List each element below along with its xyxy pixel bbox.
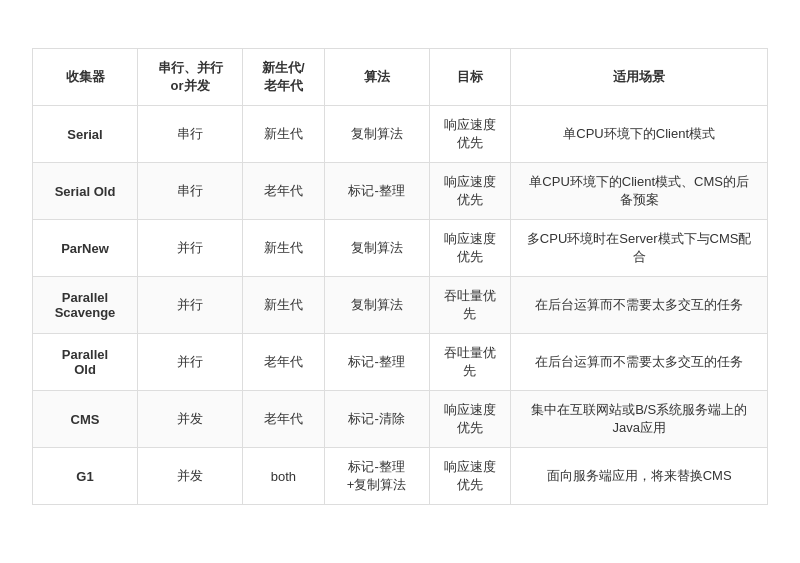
table-row: Serial串行新生代复制算法响应速度优先单CPU环境下的Client模式 — [33, 106, 768, 163]
table-cell: 并行 — [138, 220, 243, 277]
table-cell: 老年代 — [243, 391, 325, 448]
table-cell: 串行 — [138, 163, 243, 220]
table-cell: 多CPU环境时在Server模式下与CMS配合 — [511, 220, 768, 277]
table-row: CMS并发老年代标记-清除响应速度优先集中在互联网站或B/S系统服务端上的Jav… — [33, 391, 768, 448]
table-body: Serial串行新生代复制算法响应速度优先单CPU环境下的Client模式Ser… — [33, 106, 768, 505]
table-cell: 标记-清除 — [324, 391, 429, 448]
table-cell: 集中在互联网站或B/S系统服务端上的Java应用 — [511, 391, 768, 448]
header-gen: 新生代/ 老年代 — [243, 49, 325, 106]
table-cell: 并行 — [138, 334, 243, 391]
table-row: ParNew并行新生代复制算法响应速度优先多CPU环境时在Server模式下与C… — [33, 220, 768, 277]
header-algo: 算法 — [324, 49, 429, 106]
header-mode: 串行、并行 or并发 — [138, 49, 243, 106]
table-row: Serial Old串行老年代标记-整理响应速度优先单CPU环境下的Client… — [33, 163, 768, 220]
table-cell: Serial — [33, 106, 138, 163]
table-cell: 单CPU环境下的Client模式、CMS的后备预案 — [511, 163, 768, 220]
table-cell: 复制算法 — [324, 220, 429, 277]
table-cell: 在后台运算而不需要太多交互的任务 — [511, 277, 768, 334]
table-cell: both — [243, 448, 325, 505]
table-row: G1并发both标记-整理 +复制算法响应速度优先面向服务端应用，将来替换CMS — [33, 448, 768, 505]
header-goal: 目标 — [429, 49, 511, 106]
header-scene: 适用场景 — [511, 49, 768, 106]
table-cell: ParNew — [33, 220, 138, 277]
table-cell: 标记-整理 — [324, 163, 429, 220]
table-cell: Parallel Old — [33, 334, 138, 391]
table-cell: 复制算法 — [324, 106, 429, 163]
table-cell: 复制算法 — [324, 277, 429, 334]
table-row: Parallel Old并行老年代标记-整理吞吐量优先在后台运算而不需要太多交互… — [33, 334, 768, 391]
table-cell: 响应速度优先 — [429, 163, 511, 220]
table-cell: 吞吐量优先 — [429, 277, 511, 334]
table-cell: 响应速度优先 — [429, 220, 511, 277]
table-row: Parallel Scavenge并行新生代复制算法吞吐量优先在后台运算而不需要… — [33, 277, 768, 334]
table-cell: 新生代 — [243, 220, 325, 277]
table-cell: 标记-整理 +复制算法 — [324, 448, 429, 505]
table-cell: 面向服务端应用，将来替换CMS — [511, 448, 768, 505]
summary-table: 收集器 串行、并行 or并发 新生代/ 老年代 算法 目标 适用场景 Seria… — [32, 48, 768, 505]
table-header-row: 收集器 串行、并行 or并发 新生代/ 老年代 算法 目标 适用场景 — [33, 49, 768, 106]
table-cell: Serial Old — [33, 163, 138, 220]
table-cell: Parallel Scavenge — [33, 277, 138, 334]
table-cell: 串行 — [138, 106, 243, 163]
table-cell: 单CPU环境下的Client模式 — [511, 106, 768, 163]
table-cell: 新生代 — [243, 277, 325, 334]
table-cell: CMS — [33, 391, 138, 448]
header-collector: 收集器 — [33, 49, 138, 106]
table-cell: G1 — [33, 448, 138, 505]
table-cell: 新生代 — [243, 106, 325, 163]
table-cell: 响应速度优先 — [429, 391, 511, 448]
table-cell: 老年代 — [243, 334, 325, 391]
table-cell: 响应速度优先 — [429, 448, 511, 505]
table-cell: 并发 — [138, 448, 243, 505]
table-cell: 响应速度优先 — [429, 106, 511, 163]
table-cell: 吞吐量优先 — [429, 334, 511, 391]
table-cell: 老年代 — [243, 163, 325, 220]
table-cell: 在后台运算而不需要太多交互的任务 — [511, 334, 768, 391]
table-cell: 并行 — [138, 277, 243, 334]
table-cell: 标记-整理 — [324, 334, 429, 391]
table-cell: 并发 — [138, 391, 243, 448]
